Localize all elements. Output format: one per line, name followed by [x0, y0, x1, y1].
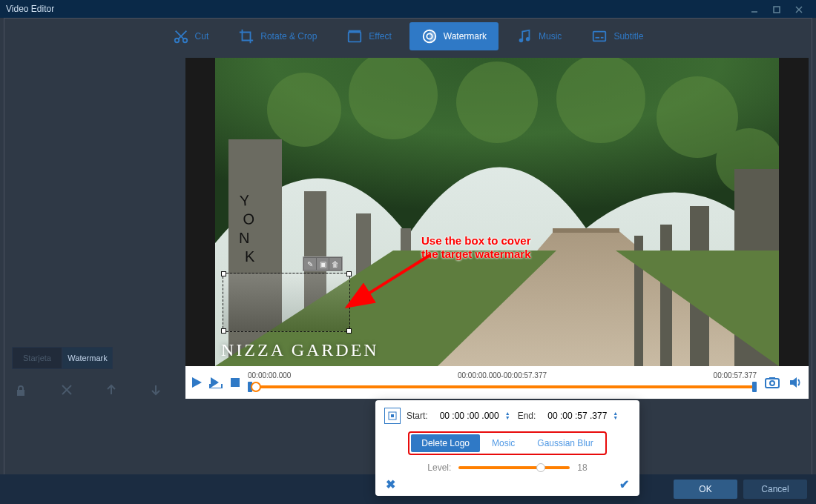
svg-point-53: [770, 381, 774, 385]
svg-point-13: [526, 37, 530, 41]
svg-rect-52: [769, 377, 775, 379]
existing-watermark-text: NIZZA GARDEN: [221, 340, 379, 360]
timeline[interactable]: 00:00:00.000 00:00:00.000-00:00:57.377 0…: [248, 371, 757, 394]
tab-effect-label: Effect: [369, 31, 391, 42]
segment-starjeta[interactable]: Starjeta: [12, 347, 62, 369]
watermark-selection-box[interactable]: [223, 273, 350, 332]
start-time-input[interactable]: ▲▼: [434, 409, 512, 422]
tab-rotate-crop-label: Rotate & Crop: [260, 31, 317, 42]
wm-edit-button[interactable]: ✎: [304, 258, 316, 270]
svg-text:K: K: [245, 248, 255, 265]
annotation-text: Use the box to cover the target watermar…: [421, 234, 531, 261]
tab-music[interactable]: Music: [504, 22, 573, 50]
timeline-playhead[interactable]: [251, 382, 261, 392]
svg-rect-9: [349, 30, 361, 33]
mode-gaussian-blur[interactable]: Gaussian Blur: [527, 434, 603, 452]
popover-cancel-button[interactable]: ✖: [386, 477, 395, 491]
svg-rect-47: [209, 388, 223, 388]
volume-button[interactable]: [788, 374, 804, 391]
svg-rect-51: [766, 379, 779, 388]
svg-rect-48: [209, 384, 211, 388]
end-label: End:: [518, 411, 536, 421]
play-button[interactable]: [188, 374, 205, 391]
cancel-button[interactable]: Cancel: [743, 480, 807, 499]
snapshot-button[interactable]: [764, 374, 780, 391]
mode-delete-logo[interactable]: Delete Logo: [411, 434, 480, 452]
svg-marker-45: [192, 377, 202, 388]
svg-text:Y: Y: [239, 192, 251, 209]
svg-rect-49: [221, 384, 223, 388]
svg-rect-36: [660, 225, 672, 366]
wm-image-button[interactable]: ▣: [317, 258, 329, 270]
music-icon: [516, 28, 533, 44]
layer-action-icons: [13, 384, 177, 399]
watermark-settings-popover: Start: ▲▼ End: ▲▼ Delete Logo Mosic Gaus…: [375, 400, 639, 496]
stop-button[interactable]: [227, 374, 243, 391]
timeline-range-label: 00:00:00.000-00:00:57.377: [458, 371, 547, 379]
svg-rect-14: [593, 32, 606, 42]
svg-rect-60: [391, 414, 394, 417]
popover-confirm-button[interactable]: ✔: [619, 477, 629, 491]
svg-marker-46: [211, 377, 219, 388]
svg-rect-19: [553, 228, 619, 233]
fit-area-button[interactable]: [384, 408, 401, 424]
playback-bar: 00:00:00.000 00:00:00.000-00:00:57.377 0…: [185, 366, 809, 399]
tab-effect[interactable]: Effect: [335, 22, 403, 50]
window-titlebar: Video Editor: [0, 0, 816, 18]
crop-icon: [238, 28, 254, 44]
tab-subtitle-label: Subtitle: [613, 31, 643, 42]
video-preview[interactable]: Y O N K NIZZA GARDEN ✎ ▣ 🗑: [215, 58, 779, 366]
svg-rect-50: [231, 378, 240, 387]
app-title: Video Editor: [6, 4, 54, 14]
end-time-input[interactable]: ▲▼: [542, 409, 619, 422]
lock-icon: [17, 385, 24, 396]
tab-subtitle[interactable]: Subtitle: [579, 22, 655, 50]
svg-rect-1: [774, 7, 780, 13]
svg-text:O: O: [243, 210, 255, 228]
level-slider[interactable]: [458, 466, 570, 469]
maximize-button[interactable]: [766, 4, 788, 14]
tab-watermark-label: Watermark: [444, 31, 487, 42]
watermark-box-toolbar: ✎ ▣ 🗑: [303, 256, 343, 271]
video-preview-container: Y O N K NIZZA GARDEN ✎ ▣ 🗑: [185, 58, 809, 366]
start-down-icon[interactable]: ▼: [505, 416, 510, 420]
svg-point-12: [519, 39, 524, 43]
minimize-button[interactable]: [743, 4, 766, 14]
layer-segment-buttons: Starjeta Watermark: [12, 347, 113, 369]
svg-point-23: [556, 58, 645, 143]
svg-marker-54: [790, 377, 797, 388]
start-time-field[interactable]: [434, 409, 505, 422]
tab-watermark[interactable]: Watermark: [409, 22, 499, 50]
segment-watermark[interactable]: Watermark: [62, 347, 113, 369]
start-label: Start:: [407, 411, 428, 421]
tab-music-label: Music: [539, 31, 562, 42]
play-range-button[interactable]: [208, 374, 224, 391]
svg-point-20: [267, 73, 341, 147]
mode-mosic[interactable]: Mosic: [481, 434, 525, 452]
tab-cut[interactable]: Cut: [161, 22, 221, 50]
tab-cut-label: Cut: [195, 31, 209, 42]
end-down-icon[interactable]: ▼: [613, 416, 618, 420]
ok-button[interactable]: OK: [674, 480, 737, 499]
tab-rotate-crop[interactable]: Rotate & Crop: [226, 22, 329, 50]
svg-rect-8: [349, 33, 361, 42]
watermark-mode-group: Delete Logo Mosic Gaussian Blur: [408, 431, 606, 455]
timeline-start-label: 00:00:00.000: [248, 371, 291, 379]
effect-icon: [346, 28, 363, 44]
subtitle-icon: [591, 28, 608, 44]
watermark-icon: [421, 28, 438, 44]
close-button[interactable]: [788, 4, 810, 14]
end-time-field[interactable]: [542, 409, 613, 422]
level-label: Level:: [427, 462, 451, 473]
timeline-out-marker[interactable]: [752, 382, 757, 392]
wm-delete-button[interactable]: 🗑: [329, 258, 341, 270]
level-value: 18: [577, 462, 587, 473]
scissors-icon: [173, 28, 189, 44]
svg-text:N: N: [239, 230, 249, 246]
editor-tabs: Cut Rotate & Crop Effect Watermark Music…: [0, 18, 816, 55]
timeline-end-label: 00:00:57.377: [714, 371, 757, 379]
level-slider-thumb[interactable]: [536, 463, 545, 472]
svg-point-22: [456, 62, 538, 143]
